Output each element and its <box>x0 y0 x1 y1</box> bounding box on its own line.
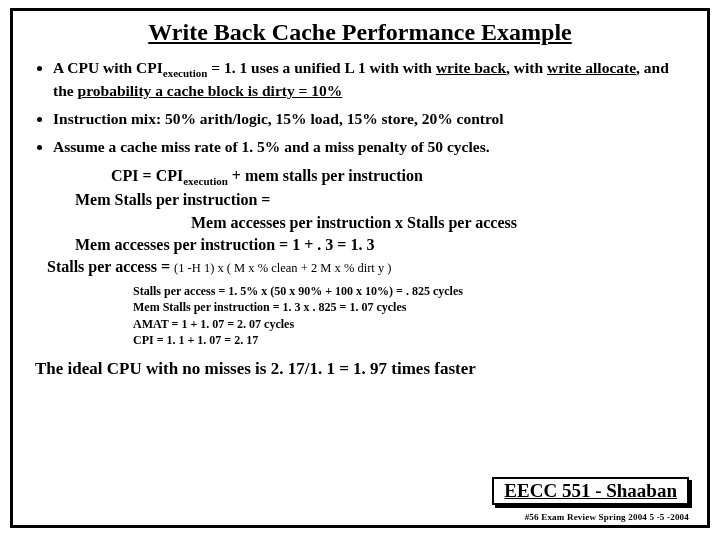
bullet-3: Assume a cache miss rate of 1. 5% and a … <box>53 137 685 158</box>
formula-mem-stalls-label: Mem Stalls per instruction = <box>75 189 679 211</box>
bullet-list: A CPU with CPIexecution = 1. 1 uses a un… <box>39 58 685 158</box>
b1-mid: = 1. 1 uses a unified L 1 with with <box>207 59 435 76</box>
calc-amat: AMAT = 1 + 1. 07 = 2. 07 cycles <box>133 316 679 333</box>
formula-block: CPI = CPIexecution + mem stalls per inst… <box>61 165 679 279</box>
f1-post: + mem stalls per instruction <box>228 167 423 184</box>
f5-sm: (1 -H 1) x ( M x % clean + 2 M x % dirt … <box>174 261 391 275</box>
slide-number-note: #56 Exam Review Spring 2004 5 -5 -2004 <box>525 512 689 522</box>
f5-big: Stalls per access = <box>47 258 174 275</box>
formula-mem-accesses: Mem accesses per instruction = 1 + . 3 =… <box>75 234 679 256</box>
b1-u2: write allocate <box>547 59 636 76</box>
calculation-block: Stalls per access = 1. 5% x (50 x 90% + … <box>133 283 679 349</box>
f1-sub: execution <box>183 175 228 187</box>
calc-cpi: CPI = 1. 1 + 1. 07 = 2. 17 <box>133 332 679 349</box>
slide-title: Write Back Cache Performance Example <box>13 19 707 46</box>
b1-u1: write back <box>436 59 506 76</box>
f1-pre: CPI = CPI <box>111 167 183 184</box>
formula-cpi: CPI = CPIexecution + mem stalls per inst… <box>111 165 679 190</box>
bullet-2: Instruction mix: 50% arith/logic, 15% lo… <box>53 109 685 130</box>
slide-frame: Write Back Cache Performance Example A C… <box>10 8 710 528</box>
formula-stalls-per-access: Stalls per access = (1 -H 1) x ( M x % c… <box>47 256 679 278</box>
b1-pre: A CPU with CPI <box>53 59 163 76</box>
calc-stalls-access: Stalls per access = 1. 5% x (50 x 90% + … <box>133 283 679 300</box>
course-footer: EECC 551 - Shaaban <box>492 477 689 505</box>
bullet-1: A CPU with CPIexecution = 1. 1 uses a un… <box>53 58 685 102</box>
formula-mem-stalls-eq: Mem accesses per instruction x Stalls pe… <box>191 212 679 234</box>
b1-mid2: , with <box>506 59 547 76</box>
b1-u3: probability a cache block is dirty = 10% <box>78 82 343 99</box>
conclusion-text: The ideal CPU with no misses is 2. 17/1.… <box>35 359 687 379</box>
calc-mem-stalls: Mem Stalls per instruction = 1. 3 x . 82… <box>133 299 679 316</box>
b1-sub: execution <box>163 67 208 79</box>
